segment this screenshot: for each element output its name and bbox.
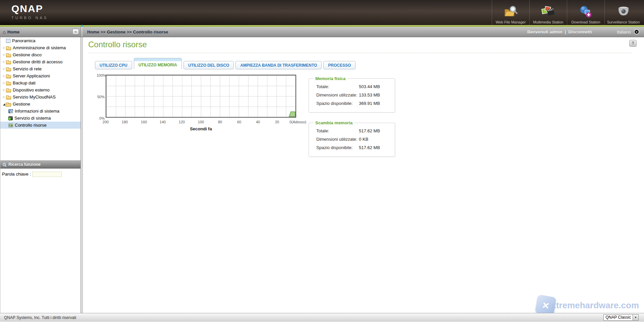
expander-collapsed-icon[interactable]: ▷	[2, 74, 6, 77]
tab-ampiezza-banda[interactable]: AMPIEZZA BANDA DI TRASFERIMENTO	[235, 61, 322, 69]
x-tick: 80	[218, 120, 222, 124]
logout-link[interactable]: Disconnetti	[568, 29, 592, 35]
function-search-body: Parola chiave :	[0, 169, 80, 313]
memory-usage-area	[289, 111, 296, 117]
y-tick: 50%	[97, 95, 105, 99]
x-tick: 180	[122, 120, 128, 124]
sidebar-item-gestione[interactable]: ◢ Gestione	[0, 101, 80, 108]
x-tick: 40	[256, 120, 260, 124]
web-file-manager-icon	[503, 5, 518, 20]
title-separator	[88, 53, 631, 53]
main-panel: Controllo risorse ? UTILIZZO CPU UTILIZZ…	[83, 37, 644, 313]
top-bar: ⌂ Home « Home >> Gestione >> Controllo r…	[0, 27, 644, 37]
info-label: Spazio disponibile:	[316, 101, 359, 106]
folder-icon	[6, 96, 11, 100]
station-label: Surveillance Station	[607, 20, 640, 24]
sidebar-item-label: Dispositivo esterno	[13, 87, 50, 92]
surveillance-station-icon	[616, 5, 631, 20]
expander-collapsed-icon[interactable]: ▷	[2, 46, 6, 49]
sidebar-item-servizio-di-sistema[interactable]: Servizio di sistema	[0, 115, 80, 122]
tab-utilizzo-cpu[interactable]: UTILIZZO CPU	[95, 61, 132, 69]
x-tick: 100	[198, 120, 204, 124]
sidebar-item-label: Servizio di sistema	[14, 116, 51, 121]
sidebar-item-label: Gestione	[13, 102, 30, 107]
breadcrumb-bar: Home >> Gestione >> Controllo risorse Be…	[83, 27, 644, 37]
station-download[interactable]: Download Station	[567, 0, 604, 25]
x-tick: 60	[237, 120, 241, 124]
tab-utilizzo-del-disco[interactable]: UTILIZZO DEL DISCO	[183, 61, 234, 69]
sidebar-item-server-applicazioni[interactable]: ▷ Server Applicazioni	[0, 72, 80, 79]
info-label: Dimensioni utilizzate:	[316, 92, 359, 98]
sidebar-item-amministrazione-di-sistema[interactable]: ▷ Amministrazione di sistema	[0, 44, 80, 51]
x-tick: 160	[141, 120, 147, 124]
turbo-nas-subtitle: TURBO NAS	[11, 16, 48, 20]
info-row: Dimensioni utilizzate: 133.53 MB	[309, 91, 395, 99]
folder-icon	[6, 54, 11, 57]
station-label: Multimedia Station	[533, 20, 564, 24]
expander-collapsed-icon[interactable]: ▷	[2, 95, 6, 99]
tab-utilizzo-memoria[interactable]: UTILIZZO MEMORIA	[134, 58, 182, 69]
station-multimedia[interactable]: Multimedia Station	[529, 0, 567, 25]
info-label: Totale:	[316, 84, 359, 89]
tab-processo[interactable]: PROCESSO	[323, 61, 356, 69]
physical-memory-panel: Memoria fisica Totale: 503.44 MB Dimensi…	[309, 76, 395, 113]
keyword-label: Parola chiave :	[2, 172, 31, 177]
sidebar-item-controllo-risorse[interactable]: Controllo risorse	[0, 122, 80, 129]
folder-icon	[6, 61, 11, 64]
sidebar-item-servizio-di-rete[interactable]: ▷ Servizio di rete	[0, 65, 80, 72]
sidebar-item-backup-dati[interactable]: ▷ Backup dati	[0, 79, 80, 86]
keyword-input[interactable]	[32, 172, 62, 177]
function-search-title: Ricerca funzione	[8, 162, 41, 167]
sidebar-item-servizio-mycloudnas[interactable]: ▷ Servizio MyCloudNAS	[0, 93, 80, 101]
x-tick: 0(Adesso)	[289, 120, 306, 124]
sidebar-item-label: Amministrazione di sistema	[13, 45, 66, 50]
info-row: Spazio disponibile: 369.91 MB	[309, 99, 395, 108]
info-value: 133.53 MB	[359, 92, 380, 98]
sidebar-item-panoramica[interactable]: Panoramica	[0, 37, 80, 44]
sidebar-item-informazioni-di-sistema[interactable]: Informazioni di sistema	[0, 108, 80, 115]
chart-plot-area	[106, 75, 296, 118]
station-surveillance[interactable]: Surveillance Station	[604, 0, 642, 25]
system-service-icon	[8, 116, 13, 120]
sidebar-item-dispositivo-esterno[interactable]: ▷ Dispositivo esterno	[0, 86, 80, 93]
sidebar-item-label: Controllo risorse	[15, 123, 47, 128]
folder-icon	[6, 89, 11, 92]
swap-memory-panel: Scambia memoria Totale: 517.62 MB Dimens…	[309, 120, 395, 157]
separator: |	[565, 29, 566, 35]
x-tick: 140	[160, 120, 166, 124]
info-value: 517.62 MB	[359, 145, 380, 150]
copyright-text: QNAP Systems, Inc. Tutti i diritti riser…	[0, 315, 76, 320]
sidebar-item-gestione-disco[interactable]: ▷ Gestione disco	[0, 51, 80, 58]
info-row: Totale: 503.44 MB	[309, 82, 395, 91]
info-label: Spazio disponibile:	[316, 145, 359, 150]
info-value: 503.44 MB	[359, 84, 380, 89]
home-icon: ⌂	[3, 29, 6, 35]
language-label: Italiano	[617, 29, 631, 35]
physical-memory-title: Memoria fisica	[314, 76, 347, 81]
expander-collapsed-icon[interactable]: ▷	[2, 60, 6, 63]
navigation-tree: Panoramica ▷ Amministrazione di sistema …	[0, 37, 80, 161]
station-web-file-manager[interactable]: Web File Manager	[492, 0, 529, 25]
help-button[interactable]: ?	[629, 40, 637, 47]
expander-collapsed-icon[interactable]: ▷	[2, 81, 6, 84]
theme-select[interactable]: QNAP Classic ▼	[603, 314, 639, 321]
info-value: 369.91 MB	[359, 101, 380, 106]
select-dropdown-icon: ▼	[633, 315, 638, 320]
collapse-sidebar-button[interactable]: «	[72, 29, 79, 35]
multimedia-station-icon	[541, 5, 556, 20]
qnap-logo-text: QNAP	[11, 3, 48, 14]
language-dropdown-icon[interactable]: ▼	[634, 29, 639, 35]
folder-icon	[6, 75, 11, 78]
sidebar-title: Home	[7, 29, 19, 35]
expander-collapsed-icon[interactable]: ▷	[2, 67, 6, 70]
expander-collapsed-icon[interactable]: ▷	[2, 53, 6, 56]
sidebar-item-gestione-diritti-di-accesso[interactable]: ▷ Gestione diritti di accesso	[0, 58, 80, 65]
page-title: Controllo risorse	[88, 40, 147, 49]
expander-collapsed-icon[interactable]: ▷	[2, 88, 6, 91]
info-label: Totale:	[316, 128, 359, 133]
x-tick: 200	[103, 120, 109, 124]
overview-icon	[6, 39, 10, 43]
sidebar-item-label: Server Applicazioni	[13, 73, 50, 78]
footer: QNAP Systems, Inc. Tutti i diritti riser…	[0, 313, 644, 322]
sidebar-item-label: Panoramica	[12, 38, 35, 43]
